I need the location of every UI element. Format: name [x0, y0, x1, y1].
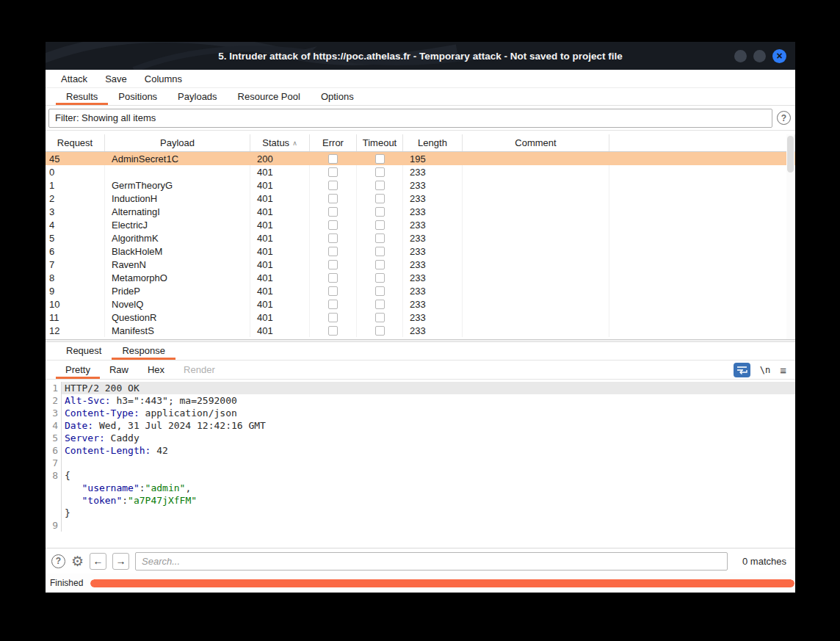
- menu-save[interactable]: Save: [97, 71, 135, 87]
- attack-progress-fill: [90, 579, 794, 587]
- timeout-checkbox[interactable]: [375, 247, 385, 256]
- error-checkbox[interactable]: [328, 181, 338, 190]
- cell-length: 233: [403, 165, 463, 178]
- filter-bar[interactable]: Filter: Showing all items: [48, 109, 772, 128]
- next-match-button[interactable]: →: [112, 553, 129, 570]
- editor-menu-icon[interactable]: ≡: [780, 364, 786, 377]
- editor-line: }: [46, 507, 795, 519]
- code-text: HTTP/2 200 OK: [62, 382, 795, 394]
- timeout-checkbox[interactable]: [375, 273, 385, 283]
- menu-attack[interactable]: Attack: [53, 71, 95, 87]
- timeout-checkbox[interactable]: [375, 167, 385, 177]
- column-header-comment[interactable]: Comment: [463, 134, 609, 151]
- table-row[interactable]: 11QuestionR401233: [46, 311, 795, 324]
- column-header-length[interactable]: Length: [403, 134, 463, 151]
- error-checkbox[interactable]: [328, 286, 338, 296]
- previous-match-button[interactable]: ←: [90, 553, 106, 570]
- timeout-checkbox[interactable]: [375, 233, 385, 243]
- table-row[interactable]: 12ManifestS401233: [46, 324, 795, 337]
- timeout-checkbox[interactable]: [375, 181, 385, 190]
- timeout-checkbox[interactable]: [375, 300, 385, 309]
- table-row[interactable]: 4ElectricJ401233: [46, 218, 795, 231]
- cell-payload: MetamorphO: [105, 271, 250, 284]
- menu-columns[interactable]: Columns: [137, 71, 190, 87]
- error-checkbox[interactable]: [328, 220, 338, 230]
- search-input[interactable]: [135, 552, 728, 571]
- error-checkbox[interactable]: [328, 247, 338, 256]
- timeout-checkbox[interactable]: [375, 260, 385, 269]
- cell-timeout: [357, 192, 403, 205]
- error-checkbox[interactable]: [328, 273, 338, 283]
- timeout-checkbox[interactable]: [375, 220, 385, 230]
- search-help-icon[interactable]: ?: [51, 554, 65, 568]
- column-header-request[interactable]: Request: [46, 134, 105, 151]
- scrollbar-thumb[interactable]: [787, 136, 794, 173]
- tab-render: Render: [174, 361, 225, 379]
- tab-raw[interactable]: Raw: [100, 361, 138, 379]
- tab-response[interactable]: Response: [112, 342, 175, 360]
- tab-resource-pool[interactable]: Resource Pool: [228, 88, 311, 105]
- editor-line: 6Content-Length: 42: [46, 444, 795, 457]
- table-row[interactable]: 5AlgorithmK401233: [46, 231, 795, 245]
- cell-timeout: [357, 311, 403, 324]
- timeout-checkbox[interactable]: [375, 313, 385, 322]
- table-row[interactable]: 3AlternatingI401233: [46, 205, 795, 218]
- error-checkbox[interactable]: [328, 326, 338, 336]
- search-settings-gear-icon[interactable]: ⚙: [71, 554, 84, 568]
- main-tab-bar: Results Positions Payloads Resource Pool…: [46, 87, 795, 106]
- table-row[interactable]: 10NovelQ401233: [46, 297, 795, 311]
- error-checkbox[interactable]: [328, 167, 338, 177]
- error-checkbox[interactable]: [328, 300, 338, 309]
- tab-request[interactable]: Request: [56, 342, 112, 360]
- cell-status: 401: [250, 297, 310, 311]
- tab-options[interactable]: Options: [311, 88, 364, 105]
- table-row[interactable]: 2InductionH401233: [46, 192, 795, 205]
- match-count: 0 matches: [734, 556, 786, 567]
- table-row[interactable]: 7RavenN401233: [46, 258, 795, 271]
- error-checkbox[interactable]: [328, 313, 338, 322]
- show-newlines-icon[interactable]: \n: [760, 365, 770, 375]
- timeout-checkbox[interactable]: [375, 154, 385, 164]
- column-header-status[interactable]: Status∧: [250, 134, 310, 151]
- table-row[interactable]: 6BlackHoleM401233: [46, 245, 795, 258]
- error-checkbox[interactable]: [328, 154, 338, 164]
- table-scrollbar[interactable]: [786, 134, 794, 339]
- close-button[interactable]: ×: [772, 49, 786, 63]
- tab-results[interactable]: Results: [56, 88, 108, 105]
- cell-length: 233: [403, 231, 463, 245]
- error-checkbox[interactable]: [328, 260, 338, 269]
- tab-hex[interactable]: Hex: [138, 361, 174, 379]
- help-icon[interactable]: ?: [777, 111, 791, 125]
- cell-payload: InductionH: [105, 192, 250, 205]
- table-row[interactable]: 9PrideP401233: [46, 284, 795, 297]
- column-header-payload[interactable]: Payload: [105, 134, 250, 151]
- cell-error: [310, 231, 357, 245]
- error-checkbox[interactable]: [328, 207, 338, 217]
- error-checkbox[interactable]: [328, 233, 338, 243]
- maximize-button[interactable]: [753, 50, 766, 62]
- table-row[interactable]: 0401233: [46, 165, 795, 178]
- line-number: [46, 507, 62, 519]
- table-row[interactable]: 1GermTheoryG401233: [46, 178, 795, 192]
- tab-payloads[interactable]: Payloads: [167, 88, 227, 105]
- table-row[interactable]: 45AdminSecret1C200195: [46, 152, 795, 165]
- editor-line: 3Content-Type: application/json: [46, 407, 795, 419]
- tab-pretty[interactable]: Pretty: [56, 361, 100, 379]
- column-header-error[interactable]: Error: [310, 134, 357, 151]
- error-checkbox[interactable]: [328, 194, 338, 203]
- cell-payload: ElectricJ: [105, 218, 250, 231]
- timeout-checkbox[interactable]: [375, 207, 385, 217]
- pretty-print-icon[interactable]: [734, 363, 750, 377]
- timeout-checkbox[interactable]: [375, 194, 385, 203]
- cell-length: 195: [403, 152, 463, 165]
- minimize-button[interactable]: [734, 50, 747, 62]
- cell-comment: [463, 311, 609, 324]
- timeout-checkbox[interactable]: [375, 286, 385, 296]
- cell-status: 401: [250, 324, 310, 337]
- cell-status: 401: [250, 245, 310, 258]
- tab-positions[interactable]: Positions: [108, 88, 167, 105]
- table-row[interactable]: 8MetamorphO401233: [46, 271, 795, 284]
- response-editor[interactable]: 1HTTP/2 200 OK2Alt-Svc: h3=":443"; ma=25…: [46, 380, 795, 548]
- column-header-timeout[interactable]: Timeout: [357, 134, 403, 151]
- timeout-checkbox[interactable]: [375, 326, 385, 336]
